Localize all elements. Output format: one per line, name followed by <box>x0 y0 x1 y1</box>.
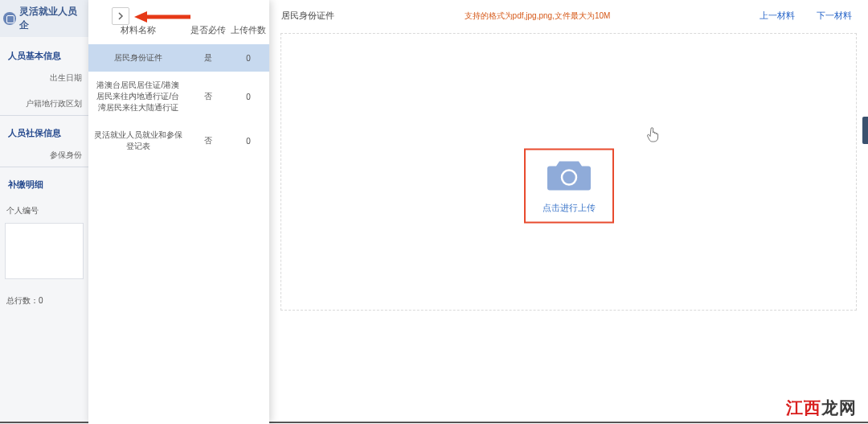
divider <box>0 167 88 167</box>
section-social-security: 人员社保信息 <box>0 121 88 146</box>
field-insured-identity: 参保身份 <box>0 146 88 165</box>
prev-material-link[interactable]: 上一材料 <box>760 10 795 20</box>
collapse-panel-button[interactable] <box>112 7 129 25</box>
material-count: 0 <box>227 93 269 101</box>
app-header: 灵活就业人员企 <box>0 0 88 37</box>
next-material-link[interactable]: 下一材料 <box>817 10 852 20</box>
divider <box>0 115 88 116</box>
material-nav: 上一材料 下一材料 <box>740 10 852 22</box>
document-title: 居民身份证件 <box>281 10 334 22</box>
material-required: 否 <box>188 135 228 146</box>
record-box <box>5 223 84 279</box>
svg-marker-1 <box>134 11 147 23</box>
material-required: 否 <box>188 91 228 102</box>
personal-number-label: 个人编号 <box>0 202 88 220</box>
col-header-required: 是否必传 <box>188 24 228 36</box>
upload-button[interactable]: 点击进行上传 <box>524 148 614 223</box>
app-title: 灵活就业人员企 <box>19 5 85 32</box>
field-birth-date: 出生日期 <box>0 68 88 88</box>
arrow-right-icon <box>116 11 125 21</box>
col-header-count: 上传件数 <box>227 24 269 36</box>
total-rows: 总行数：0 <box>0 292 88 310</box>
material-required: 是 <box>188 52 228 64</box>
camera-icon <box>547 158 592 191</box>
material-count: 0 <box>227 54 269 63</box>
main-header: 居民身份证件 支持的格式为pdf,jpg,png,文件最大为10M 上一材料 下… <box>269 0 868 30</box>
upload-text: 点击进行上传 <box>532 201 606 213</box>
left-background-panel: 灵活就业人员企 人员基本信息 出生日期 户籍地行政区划 人员社保信息 参保身份 … <box>0 0 88 424</box>
material-row[interactable]: 居民身份证件 是 0 <box>88 44 269 72</box>
main-area: 居民身份证件 支持的格式为pdf,jpg,png,文件最大为10M 上一材料 下… <box>269 0 868 424</box>
material-name: 港澳台居民居住证/港澳居民来往内地通行证/台湾居民来往大陆通行证 <box>88 80 188 113</box>
field-household-region: 户籍地行政区划 <box>0 94 88 113</box>
material-row[interactable]: 港澳台居民居住证/港澳居民来往内地通行证/台湾居民来往大陆通行证 否 0 <box>88 72 269 121</box>
app-logo-icon <box>3 12 16 25</box>
upload-dropzone[interactable]: 点击进行上传 <box>280 33 857 311</box>
materials-panel: 材料名称 是否必传 上传件数 居民身份证件 是 0 港澳台居民居住证/港澳居民来… <box>88 0 269 424</box>
col-header-name: 材料名称 <box>88 24 188 36</box>
section-supplement-detail: 补缴明细 <box>0 172 88 197</box>
material-row[interactable]: 灵活就业人员就业和参保登记表 否 0 <box>88 121 269 160</box>
format-note: 支持的格式为pdf,jpg,png,文件最大为10M <box>465 10 611 22</box>
material-name: 居民身份证件 <box>88 52 188 64</box>
annotation-arrow-icon <box>134 10 190 24</box>
watermark: 江西龙网 <box>786 397 857 419</box>
cursor-hand-icon <box>647 127 660 143</box>
right-side-tab[interactable] <box>862 117 868 144</box>
section-basic-info: 人员基本信息 <box>0 43 88 68</box>
material-count: 0 <box>227 137 269 146</box>
material-name: 灵活就业人员就业和参保登记表 <box>88 130 188 152</box>
